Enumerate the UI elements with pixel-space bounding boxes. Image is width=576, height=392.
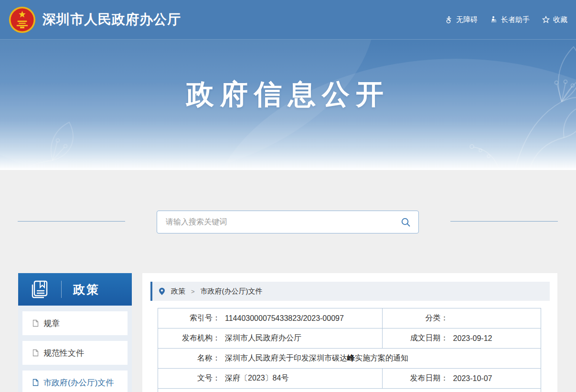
sidebar-items: 规章 规范性文件 市政府(办公厅)文件 [18, 306, 132, 392]
elderly-assist-label: 长者助手 [501, 15, 530, 24]
top-header-bar: 深圳市人民政府办公厅 无障碍 长者助手 [0, 0, 576, 40]
agency-cell: 发布机构： 深圳市人民政府办公厅 [158, 328, 382, 348]
breadcrumb: 政策 > 市政府(办公厅)文件 [150, 282, 550, 301]
search-icon [401, 217, 411, 227]
policy-book-icon [29, 279, 50, 300]
sidebar-item-normative-documents[interactable]: 规范性文件 [22, 341, 128, 365]
decorative-line-left [18, 221, 125, 222]
publish-date-value: 2023-10-07 [453, 374, 492, 383]
index-value: 114403000075433823/2023-00097 [225, 314, 344, 323]
name-suffix: 实施方案的通知 [355, 354, 408, 362]
publish-date-cell: 发布日期： 2023-10-07 [382, 369, 541, 388]
search-button[interactable] [401, 217, 418, 227]
site-title: 深圳市人民政府办公厅 [43, 11, 181, 29]
table-row-name: 名称： 深圳市人民政府关于印发深圳市碳达峰实施方案的通知 [158, 349, 541, 369]
agency-label: 发布机构： [158, 333, 220, 343]
accessibility-link[interactable]: 无障碍 [445, 15, 478, 24]
index-cell: 索引号： 114403000075433823/2023-00097 [158, 308, 382, 328]
favorite-label: 收藏 [553, 15, 567, 24]
location-pin-icon [159, 287, 165, 296]
index-label: 索引号： [158, 313, 220, 323]
category-cell: 分类： [382, 308, 541, 328]
publish-date-label: 发布日期： [383, 373, 448, 383]
national-emblem-icon [9, 6, 36, 33]
table-row-docno-publishdate: 文号： 深府〔2023〕84号 发布日期： 2023-10-07 [158, 369, 541, 389]
written-date-value: 2023-09-12 [453, 334, 492, 343]
document-meta-table: 索引号： 114403000075433823/2023-00097 分类： 发… [158, 308, 541, 392]
content-area: 政策 规章 规范性文件 [0, 170, 576, 392]
table-row-partial [158, 389, 541, 392]
elderly-assist-link[interactable]: 长者助手 [490, 15, 530, 24]
document-icon [32, 349, 39, 357]
breadcrumb-item-municipal-documents[interactable]: 市政府(办公厅)文件 [201, 287, 263, 296]
search-box [157, 211, 419, 233]
sidebar-item-label: 规章 [43, 318, 60, 329]
elderly-assist-icon [490, 16, 498, 23]
category-label: 分类： [383, 313, 448, 323]
sidebar-header: 政策 [18, 273, 132, 306]
site-logo-link[interactable]: 深圳市人民政府办公厅 [9, 6, 181, 33]
name-highlight: 峰 [347, 354, 355, 362]
name-cell: 名称： 深圳市人民政府关于印发深圳市碳达峰实施方案的通知 [158, 349, 541, 368]
breadcrumb-item-policy[interactable]: 政策 [171, 287, 185, 296]
document-icon [32, 379, 39, 386]
sidebar-header-label: 政策 [73, 282, 100, 297]
sidebar-policy-nav: 政策 规章 规范性文件 [18, 273, 132, 392]
page: 深圳市人民政府办公厅 无障碍 长者助手 [0, 0, 576, 392]
table-row-agency-date: 发布机构： 深圳市人民政府办公厅 成文日期： 2023-09-12 [158, 328, 541, 349]
star-icon [542, 16, 550, 23]
sidebar-item-label: 规范性文件 [43, 348, 84, 359]
main-content-card: 政策 > 市政府(办公厅)文件 索引号： 114403000075433823/… [142, 273, 557, 392]
favorite-link[interactable]: 收藏 [542, 15, 567, 24]
sidebar-item-label: 市政府(办公厅)文件 [43, 377, 114, 388]
document-name: 深圳市人民政府关于印发深圳市碳达峰实施方案的通知 [225, 353, 408, 363]
name-label: 名称： [158, 353, 220, 363]
written-date-cell: 成文日期： 2023-09-12 [382, 328, 541, 348]
document-icon [32, 319, 39, 327]
sidebar-item-regulations[interactable]: 规章 [22, 311, 128, 335]
accessibility-label: 无障碍 [456, 15, 478, 24]
doc-number-label: 文号： [158, 373, 220, 383]
decorative-line-right [450, 221, 558, 222]
doc-number-value: 深府〔2023〕84号 [225, 373, 288, 383]
sidebar-header-divider [61, 281, 62, 298]
page-title: 政府信息公开 [0, 40, 576, 113]
agency-value: 深圳市人民政府办公厅 [225, 333, 301, 343]
sidebar-item-municipal-documents[interactable]: 市政府(办公厅)文件 [22, 371, 128, 392]
topbar-links: 无障碍 长者助手 收藏 [445, 15, 567, 24]
table-row-index-category: 索引号： 114403000075433823/2023-00097 分类： [158, 308, 541, 328]
breadcrumb-separator: > [191, 288, 195, 295]
banner-flower-decoration [0, 108, 96, 170]
name-prefix: 深圳市人民政府关于印发深圳市碳达 [225, 354, 347, 362]
search-input[interactable] [157, 218, 401, 226]
banner: 政府信息公开 [0, 40, 576, 170]
accessibility-icon [445, 16, 453, 23]
written-date-label: 成文日期： [383, 333, 448, 343]
doc-number-cell: 文号： 深府〔2023〕84号 [158, 369, 382, 388]
